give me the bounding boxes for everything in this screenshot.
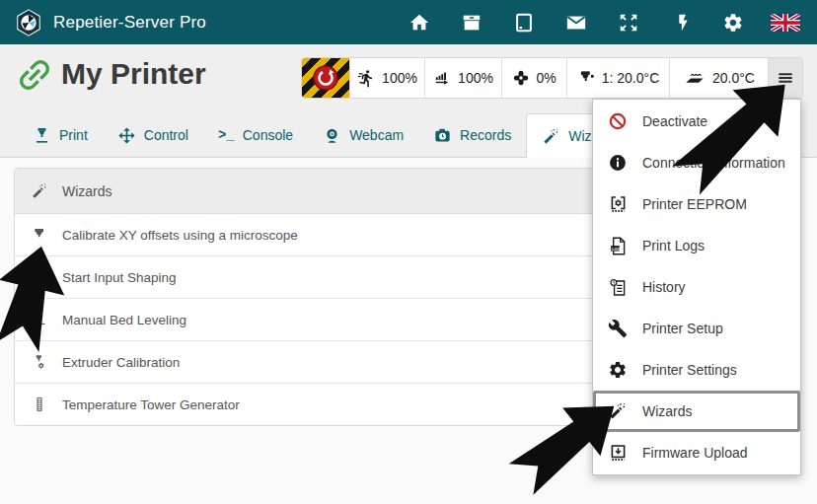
printer-dropdown-menu: Deactivate Connection Information Printe…: [592, 99, 801, 475]
speed-multiplier-button[interactable]: 100%: [349, 58, 424, 98]
log-file-icon: LOG: [606, 236, 630, 256]
tab-webcam-label: Webcam: [349, 127, 404, 143]
extruder-nozzle-icon: [577, 69, 596, 88]
wizard-wand-icon: [30, 182, 49, 200]
menu-item-label: History: [642, 279, 686, 295]
tab-print-label: Print: [59, 127, 88, 143]
flow-multiplier-button[interactable]: 100%: [424, 58, 501, 98]
svg-text:LOG: LOG: [612, 246, 621, 251]
menu-item-deactivate[interactable]: Deactivate: [593, 101, 800, 142]
nozzle-icon: [30, 227, 49, 243]
wizard-wand-icon: [606, 401, 630, 421]
app-title: Repetier-Server Pro: [53, 13, 206, 33]
fullscreen-icon[interactable]: [602, 12, 654, 34]
app-brand[interactable]: Repetier-Server Pro: [0, 8, 206, 37]
tab-control[interactable]: Control: [103, 113, 203, 157]
wizard-item-label: Manual Bed Leveling: [62, 313, 186, 327]
records-camera-icon: [433, 126, 452, 145]
fan-value: 0%: [536, 70, 556, 86]
top-nav-bar: Repetier-Server Pro: [0, 0, 817, 44]
menu-item-label: Printer Setup: [642, 321, 723, 336]
heated-bed-icon: [683, 69, 706, 88]
level-angle-icon: [30, 312, 49, 328]
info-icon: [606, 153, 630, 173]
manual-book-icon[interactable]: [497, 12, 550, 34]
extruder-temp-value: 1: 20.0°C: [602, 70, 660, 86]
bed-temp-value: 20.0°C: [712, 70, 755, 86]
tab-console[interactable]: >_ Console: [203, 113, 308, 157]
menu-item-connection-information[interactable]: Connection Information: [593, 142, 800, 183]
menu-item-label: Printer EEPROM: [642, 196, 747, 212]
menu-item-printer-settings[interactable]: Printer Settings: [593, 349, 800, 391]
wave-icon: [30, 269, 49, 286]
menu-item-label: Printer Settings: [642, 362, 737, 378]
settings-gear-icon: [606, 360, 630, 380]
bed-temp-button[interactable]: 20.0°C: [669, 58, 768, 98]
nozzle-gear-icon: [30, 354, 49, 370]
archive-box-icon[interactable]: [445, 12, 497, 34]
wrench-icon: [606, 319, 630, 338]
extruder-temp-button[interactable]: 1: 20.0°C: [566, 58, 669, 98]
language-flag-icon[interactable]: [759, 14, 811, 32]
fan-speed-button[interactable]: 0%: [501, 58, 566, 98]
menu-item-label: Connection Information: [642, 155, 785, 171]
speed-value: 100%: [382, 70, 417, 86]
repetier-server-window: Repetier-Server Pro: [0, 0, 817, 504]
tab-print[interactable]: Print: [18, 113, 103, 157]
tab-webcam[interactable]: Webcam: [308, 113, 418, 157]
power-bolt-icon[interactable]: [654, 12, 706, 34]
menu-item-label: Print Logs: [642, 238, 705, 253]
tab-console-label: Console: [243, 127, 293, 143]
top-nav-icons: [393, 0, 811, 44]
wizards-panel-title: Wizards: [62, 183, 112, 199]
speed-icon: [357, 69, 376, 88]
firmware-chip-upload-icon: [606, 443, 630, 464]
menu-item-label: Firmware Upload: [642, 445, 748, 461]
flow-icon: [433, 69, 452, 88]
print-icon: [33, 126, 51, 145]
printer-link-status-icon[interactable]: [14, 54, 55, 96]
console-icon: >_: [218, 127, 235, 143]
tab-control-label: Control: [144, 127, 188, 143]
fan-icon: [512, 69, 530, 87]
repetier-logo-icon: [14, 8, 43, 37]
emergency-stop-button[interactable]: [302, 58, 349, 98]
printer-menu-button[interactable]: [768, 58, 802, 98]
control-move-icon: [117, 126, 136, 145]
tab-records[interactable]: Records: [418, 113, 526, 157]
menu-item-printer-eeprom[interactable]: Printer EEPROM: [593, 183, 800, 225]
messages-icon[interactable]: [550, 12, 602, 34]
history-icon: [606, 277, 630, 298]
wizard-item-label: Calibrate XY offsets using a microscope: [62, 228, 298, 243]
global-settings-gear-icon[interactable]: [706, 12, 759, 34]
menu-item-label: Wizards: [642, 403, 693, 419]
tower-icon: [30, 396, 49, 412]
menu-item-printer-setup[interactable]: Printer Setup: [593, 308, 800, 349]
wizard-item-label: Temperature Tower Generator: [62, 397, 240, 412]
printer-status-bar: 100% 100% 0% 1: 20.0°C 20.0°C: [301, 57, 803, 99]
tab-records-label: Records: [460, 127, 511, 143]
menu-item-print-logs[interactable]: LOG Print Logs: [593, 225, 800, 266]
hamburger-menu-icon: [776, 68, 795, 88]
wizard-item-label: Start Input Shaping: [62, 270, 177, 285]
flow-value: 100%: [458, 70, 493, 86]
webcam-icon: [323, 126, 341, 145]
menu-item-history[interactable]: History: [593, 266, 800, 308]
menu-item-wizards[interactable]: Wizards: [593, 391, 800, 432]
deactivate-block-icon: [606, 111, 630, 131]
eeprom-chip-icon: [606, 194, 630, 215]
home-icon[interactable]: [393, 12, 445, 34]
wizard-wand-icon: [542, 127, 560, 146]
menu-item-firmware-upload[interactable]: Firmware Upload: [593, 432, 800, 473]
wizard-item-label: Extruder Calibration: [62, 355, 180, 370]
menu-item-label: Deactivate: [642, 113, 707, 129]
printer-name-title: My Printer: [61, 57, 206, 91]
